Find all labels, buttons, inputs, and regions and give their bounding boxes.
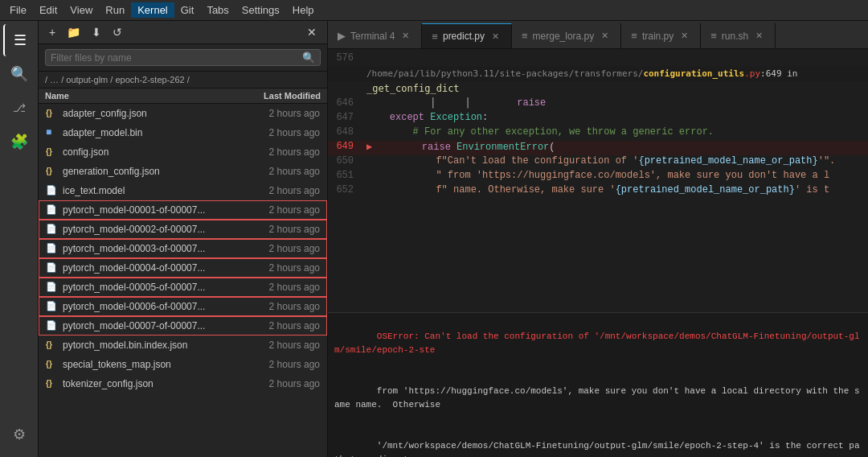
file-icon: 📄 — [46, 261, 59, 274]
file-item[interactable]: 📄 pytorch_model-00003-of-00007... 2 hour… — [39, 239, 327, 258]
file-modified: 2 hours ago — [231, 146, 320, 158]
tab-predict-py[interactable]: ≡predict.py✕ — [422, 23, 512, 48]
new-folder-button[interactable]: 📁 — [63, 24, 84, 40]
file-item[interactable]: ■ adapter_model.bin 2 hours ago — [39, 123, 327, 142]
tab-label: Terminal 4 — [350, 31, 395, 42]
search-icon: 🔍 — [302, 51, 315, 64]
file-icon: {} — [46, 165, 59, 178]
tab-icon: ≡ — [710, 30, 717, 42]
tab-close-button[interactable]: ✕ — [489, 31, 502, 43]
file-modified: 2 hours ago — [231, 204, 320, 216]
tab-label: merge_lora.py — [533, 31, 595, 42]
search-bar: 🔍 — [39, 44, 327, 72]
file-icon: 📄 — [46, 223, 59, 236]
activity-source-control[interactable]: ⎇ — [3, 92, 35, 124]
search-input[interactable] — [51, 52, 302, 64]
column-modified: Last Modified — [232, 91, 321, 101]
file-item[interactable]: 📄 pytorch_model-00001-of-00007... 2 hour… — [39, 200, 327, 220]
menu-edit[interactable]: Edit — [33, 2, 63, 18]
activity-settings[interactable]: ⚙ — [3, 418, 35, 451]
tab-train-py[interactable]: ≡train.py✕ — [621, 23, 701, 48]
menu-view[interactable]: View — [63, 2, 99, 18]
activity-extensions[interactable]: 🧩 — [3, 126, 35, 158]
file-icon: {} — [46, 107, 59, 120]
tab-close-button[interactable]: ✕ — [399, 30, 411, 42]
file-name: pytorch_model-00001-of-00007... — [63, 204, 231, 216]
terminal-error-detail1: from 'https://huggingface.co/models', ma… — [334, 371, 862, 426]
tab-icon: ≡ — [522, 30, 528, 42]
file-item[interactable]: {} adapter_config.json 2 hours ago — [39, 104, 327, 123]
code-line-646: 646 │ │ raise — [328, 97, 868, 112]
file-name: special_tokens_map.json — [63, 359, 231, 370]
file-icon: {} — [46, 146, 59, 159]
code-view: 576 /home/pai/lib/python3.11/site-packag… — [328, 49, 868, 312]
download-button[interactable]: ⬇ — [88, 24, 105, 40]
file-modified: 2 hours ago — [231, 243, 320, 254]
file-name: pytorch_model-00002-of-00007... — [63, 224, 231, 235]
file-item[interactable]: {} generation_config.json 2 hours ago — [39, 162, 327, 181]
file-item[interactable]: 📄 pytorch_model-00002-of-00007... 2 hour… — [39, 220, 327, 239]
search-input-wrap[interactable]: 🔍 — [45, 49, 321, 66]
file-modified: 2 hours ago — [231, 301, 320, 312]
menu-run[interactable]: Run — [99, 2, 131, 18]
code-line-650: 650 f"Can't load the configuration of '{… — [328, 155, 868, 170]
code-line-647: 647 except Exception: — [328, 112, 868, 126]
activity-search[interactable]: 🔍 — [3, 58, 35, 90]
menu-tabs[interactable]: Tabs — [200, 2, 235, 18]
menu-kernel[interactable]: Kernel — [131, 2, 174, 18]
file-name: pytorch_model-00006-of-00007... — [63, 301, 231, 312]
file-modified: 2 hours ago — [231, 127, 320, 138]
file-name: pytorch_model-00005-of-00007... — [63, 282, 231, 293]
tab-terminal-4[interactable]: ▶Terminal 4✕ — [328, 23, 422, 48]
editor-area: ▶Terminal 4✕≡predict.py✕≡merge_lora.py✕≡… — [328, 21, 868, 457]
tab-merge_lora-py[interactable]: ≡merge_lora.py✕ — [512, 23, 621, 48]
file-list-header: Name Last Modified — [39, 89, 327, 104]
file-item[interactable]: 📄 pytorch_model-00006-of-00007... 2 hour… — [39, 297, 327, 316]
file-name: pytorch_model-00003-of-00007... — [63, 243, 231, 254]
sidebar-toolbar: + 📁 ⬇ ↺ ✕ — [39, 21, 327, 44]
file-item[interactable]: {} pytorch_model.bin.index.json 2 hours … — [39, 336, 327, 355]
breadcrumb: / … / output-glm / epoch-2-step-262 / — [39, 72, 327, 89]
activity-explorer[interactable]: ☰ — [3, 24, 35, 56]
code-line-649: 649 ▶ raise EnvironmentError( — [328, 141, 868, 155]
clear-button[interactable]: ✕ — [303, 24, 321, 40]
tab-close-button[interactable]: ✕ — [599, 30, 611, 42]
file-modified: 2 hours ago — [231, 108, 320, 119]
file-modified: 2 hours ago — [231, 320, 320, 331]
file-modified: 2 hours ago — [231, 262, 320, 274]
menu-settings[interactable]: Settings — [235, 2, 286, 18]
file-icon: 📄 — [46, 204, 59, 216]
tab-close-button[interactable]: ✕ — [753, 30, 765, 42]
file-item[interactable]: {} config.json 2 hours ago — [39, 142, 327, 162]
file-item[interactable]: {} tokenizer_config.json 2 hours ago — [39, 374, 327, 393]
menu-help[interactable]: Help — [286, 2, 321, 18]
menu-file[interactable]: File — [3, 2, 33, 18]
file-icon: 📄 — [46, 319, 59, 332]
tab-label: run.sh — [722, 31, 748, 42]
refresh-button[interactable]: ↺ — [108, 24, 126, 40]
tab-run-sh[interactable]: ≡run.sh✕ — [701, 23, 776, 48]
tab-close-button[interactable]: ✕ — [678, 30, 690, 42]
menu-git[interactable]: Git — [174, 2, 201, 18]
tab-bar: ▶Terminal 4✕≡predict.py✕≡merge_lora.py✕≡… — [328, 21, 868, 49]
activity-bar: ☰ 🔍 ⎇ 🧩 ⚙ — [0, 21, 39, 457]
tab-icon: ≡ — [432, 31, 438, 43]
file-item[interactable]: {} special_tokens_map.json 2 hours ago — [39, 355, 327, 374]
file-item[interactable]: 📄 pytorch_model-00005-of-00007... 2 hour… — [39, 278, 327, 297]
file-item[interactable]: 📄 pytorch_model-00004-of-00007... 2 hour… — [39, 258, 327, 278]
new-file-button[interactable]: + — [45, 24, 59, 40]
terminal[interactable]: OSError: Can't load the configuration of… — [328, 312, 868, 457]
terminal-error-line: OSError: Can't load the configuration of… — [334, 316, 862, 371]
file-item[interactable]: 📄 ice_text.model 2 hours ago — [39, 181, 327, 200]
tab-label: predict.py — [443, 31, 485, 42]
file-modified: 2 hours ago — [231, 185, 320, 196]
file-icon: {} — [46, 377, 59, 390]
file-modified: 2 hours ago — [231, 166, 320, 177]
file-item[interactable]: 📄 pytorch_model-00007-of-00007... 2 hour… — [39, 316, 327, 336]
file-modified: 2 hours ago — [231, 378, 320, 389]
file-list: {} adapter_config.json 2 hours ago ■ ada… — [39, 104, 327, 457]
file-modified: 2 hours ago — [231, 224, 320, 235]
file-name: pytorch_model.bin.index.json — [63, 340, 231, 351]
error-path: /home/pai/lib/python3.11/site-packages/t… — [366, 68, 797, 79]
column-name: Name — [45, 91, 232, 101]
